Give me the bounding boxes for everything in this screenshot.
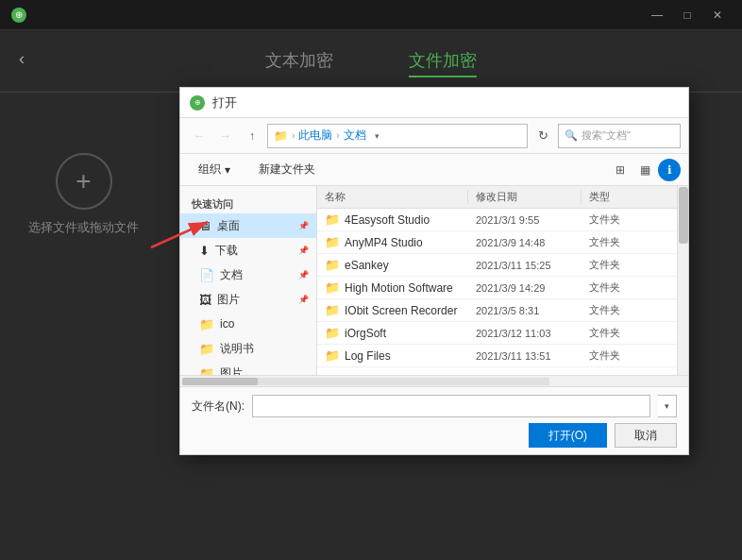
file-type: 文件夹 bbox=[582, 348, 677, 363]
file-row[interactable]: 📁 iOrgSoft 2021/3/12 11:03 文件夹 bbox=[317, 322, 677, 345]
sidebar-item-pictures2[interactable]: 📁 图片 bbox=[180, 361, 316, 375]
sidebar-item-ico[interactable]: 📁 ico bbox=[180, 312, 316, 336]
file-name-cell: 📁 iOrgSoft bbox=[317, 326, 468, 340]
manual-icon: 📁 bbox=[199, 342, 214, 356]
pane-button[interactable]: ▦ bbox=[633, 159, 656, 181]
sidebar-item-documents[interactable]: 📄 文档 📌 bbox=[180, 263, 316, 287]
file-row[interactable]: 📁 eSankey 2021/3/11 15:25 文件夹 bbox=[317, 254, 677, 277]
back-button[interactable]: ‹ bbox=[19, 49, 25, 69]
sidebar-manual-label: 说明书 bbox=[220, 341, 254, 357]
tab-file[interactable]: 文件加密 bbox=[409, 49, 477, 77]
search-icon: 🔍 bbox=[565, 129, 578, 142]
tab-text[interactable]: 文本加密 bbox=[265, 49, 333, 77]
select-area: + 选择文件或拖动文件 bbox=[28, 153, 139, 236]
title-bar-controls: — □ ✕ bbox=[644, 6, 731, 25]
file-list-header: 名称 修改日期 类型 bbox=[317, 186, 677, 209]
organize-label: 组织 bbox=[198, 161, 221, 178]
col-type: 类型 bbox=[582, 190, 677, 204]
scrollbar[interactable] bbox=[677, 186, 688, 375]
file-name: 4Easysoft Studio bbox=[345, 213, 430, 227]
filename-row: 文件名(N): ▾ bbox=[192, 395, 677, 417]
dialog-sidebar: 快速访问 🖥 桌面 📌 ⬇ 下载 📌 📄 文档 📌 bbox=[180, 186, 317, 375]
view-controls: ⊞ ▦ ℹ bbox=[609, 159, 681, 181]
file-row[interactable]: 📁 AnyMP4 Studio 2021/3/9 14:48 文件夹 bbox=[317, 231, 677, 254]
file-name: Log Files bbox=[345, 349, 391, 363]
file-date: 2021/3/12 11:03 bbox=[468, 328, 582, 339]
folder-icon: 📁 bbox=[325, 212, 340, 227]
ico-icon: 📁 bbox=[199, 317, 214, 331]
file-name: IObit Screen Recorder bbox=[345, 304, 457, 317]
horizontal-scrollbar[interactable] bbox=[180, 375, 688, 386]
folder-icon: 📁 bbox=[325, 348, 340, 363]
folder-icon: 📁 bbox=[325, 280, 340, 295]
up-nav-button[interactable]: ↑ bbox=[241, 125, 263, 147]
file-row[interactable]: 📁 4Easysoft Studio 2021/3/1 9:55 文件夹 bbox=[317, 209, 677, 231]
sidebar-item-manual[interactable]: 📁 说明书 bbox=[180, 336, 316, 361]
sidebar-ico-label: ico bbox=[220, 317, 234, 331]
filename-input[interactable] bbox=[252, 395, 650, 417]
file-date: 2021/3/9 14:29 bbox=[468, 282, 582, 294]
file-name: AnyMP4 Studio bbox=[345, 236, 423, 249]
file-date: 2021/3/11 15:25 bbox=[468, 260, 582, 271]
new-folder-button[interactable]: 新建文件夹 bbox=[248, 158, 326, 182]
dialog-title-bar: ⊕ 打开 bbox=[180, 88, 688, 118]
file-row[interactable]: 📁 High Motion Software 2021/3/9 14:29 文件… bbox=[317, 277, 677, 299]
scroll-thumb[interactable] bbox=[679, 187, 688, 244]
path-documents-label[interactable]: 文档 bbox=[344, 127, 366, 144]
sidebar-item-downloads[interactable]: ⬇ 下载 📌 bbox=[180, 238, 316, 263]
downloads-icon: ⬇ bbox=[199, 244, 210, 258]
file-type: 文件夹 bbox=[582, 326, 677, 340]
organize-dropdown-icon: ▾ bbox=[225, 163, 230, 177]
sidebar-item-desktop[interactable]: 🖥 桌面 📌 bbox=[180, 213, 316, 238]
back-nav-button[interactable]: ← bbox=[188, 125, 211, 147]
search-placeholder: 搜索"文档" bbox=[582, 128, 631, 143]
app-icon: ⊕ bbox=[11, 8, 26, 23]
filename-label: 文件名(N): bbox=[192, 399, 245, 415]
sidebar-desktop-label: 桌面 bbox=[217, 218, 240, 234]
file-name-cell: 📁 IObit Screen Recorder bbox=[317, 303, 468, 317]
organize-button[interactable]: 组织 ▾ bbox=[188, 158, 241, 182]
col-name: 名称 bbox=[317, 190, 468, 204]
view-icon-button[interactable]: ⊞ bbox=[609, 159, 632, 181]
info-button[interactable]: ℹ bbox=[658, 159, 681, 181]
file-date: 2021/3/1 9:55 bbox=[468, 214, 582, 226]
footer-buttons: 打开(O) 取消 bbox=[192, 423, 677, 448]
file-row[interactable]: 📁 IObit Screen Recorder 2021/3/5 8:31 文件… bbox=[317, 299, 677, 322]
file-open-dialog: ⊕ 打开 ← → ↑ 📁 › 此电脑 › 文档 ▾ ↻ 🔍 bbox=[179, 87, 689, 455]
path-dropdown-button[interactable]: ▾ bbox=[370, 128, 385, 144]
close-button[interactable]: ✕ bbox=[704, 6, 731, 25]
h-scrollbar-track bbox=[182, 378, 549, 385]
forward-nav-button[interactable]: → bbox=[214, 125, 237, 147]
pictures2-icon: 📁 bbox=[199, 366, 214, 376]
path-bar[interactable]: 📁 › 此电脑 › 文档 ▾ bbox=[267, 124, 528, 148]
minimize-button[interactable]: — bbox=[644, 6, 670, 25]
folder-icon: 📁 bbox=[325, 326, 340, 340]
dialog-title: 打开 bbox=[212, 94, 237, 111]
folder-icon: 📁 bbox=[325, 258, 340, 272]
dialog-app-icon: ⊕ bbox=[190, 95, 205, 110]
maximize-button[interactable]: □ bbox=[674, 6, 700, 25]
pin-icon-pictures: 📌 bbox=[298, 295, 309, 304]
app-window: ⊕ — □ ✕ ‹ 文本加密 文件加密 选择算法 + 选择文件或拖动文件 安下载 bbox=[0, 0, 742, 560]
open-button[interactable]: 打开(O) bbox=[529, 423, 607, 448]
folder-icon: 📁 bbox=[325, 235, 340, 249]
sidebar-item-pictures[interactable]: 🖼 图片 📌 bbox=[180, 287, 316, 312]
path-computer-label[interactable]: 此电脑 bbox=[298, 127, 332, 144]
file-name: eSankey bbox=[345, 259, 389, 272]
add-file-button[interactable]: + bbox=[56, 153, 112, 210]
dialog-footer: 文件名(N): ▾ 打开(O) 取消 bbox=[180, 386, 688, 454]
col-date: 修改日期 bbox=[468, 190, 582, 204]
h-scrollbar-thumb[interactable] bbox=[182, 378, 258, 385]
search-bar[interactable]: 🔍 搜索"文档" bbox=[558, 124, 681, 148]
cancel-button[interactable]: 取消 bbox=[615, 423, 677, 448]
select-file-label: 选择文件或拖动文件 bbox=[28, 219, 139, 236]
file-name-cell: 📁 4Easysoft Studio bbox=[317, 212, 468, 227]
title-bar-left: ⊕ bbox=[11, 8, 26, 23]
pin-icon-desktop: 📌 bbox=[298, 221, 309, 230]
file-row[interactable]: 📁 Log Files 2021/3/11 13:51 文件夹 bbox=[317, 345, 677, 367]
file-name: iOrgSoft bbox=[345, 327, 386, 340]
desktop-icon: 🖥 bbox=[199, 219, 211, 233]
file-name-cell: 📁 eSankey bbox=[317, 258, 468, 272]
refresh-button[interactable]: ↻ bbox=[531, 125, 554, 147]
filename-dropdown[interactable]: ▾ bbox=[658, 395, 677, 417]
